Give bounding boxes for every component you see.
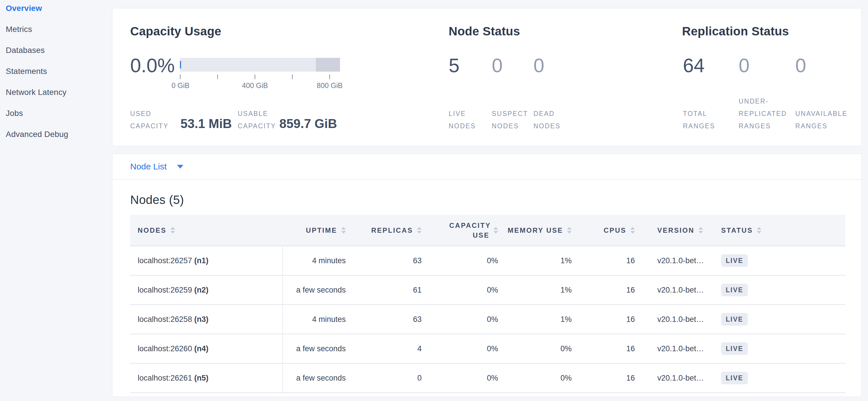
axis-tick [292, 75, 292, 79]
memory-use-cell: 0% [507, 363, 580, 393]
status-badge: LIVE [721, 313, 748, 326]
sidebar-item-metrics[interactable]: Metrics [6, 25, 112, 34]
node-list-dropdown-label[interactable]: Node List [130, 162, 167, 171]
capacity-use-cell: 0% [430, 246, 507, 275]
version-cell: v20.1.0-bet… [644, 305, 711, 334]
capacity-axis-labels: 0 GiB 400 GiB 800 GiB [180, 81, 340, 90]
node-id: (n4) [194, 344, 209, 353]
cpus-cell: 16 [580, 246, 644, 275]
column-label: REPLICAS [371, 226, 413, 234]
replicas-cell: 4 [354, 334, 430, 363]
node-id: (n3) [194, 315, 209, 324]
used-capacity-label: USED CAPACITY [130, 108, 178, 132]
uptime-cell: 4 minutes [282, 305, 354, 334]
node-id: (n1) [194, 256, 209, 265]
version-cell: v20.1.0-bet… [644, 246, 711, 275]
column-label: CPUS [603, 226, 626, 234]
replicas-cell: 0 [354, 363, 430, 393]
capacity-bar-chart: 0 GiB 400 GiB 800 GiB [180, 58, 340, 90]
table-row: localhost:26259 (n2) a few seconds 61 0%… [130, 275, 845, 305]
usable-capacity-label: USABLE CAPACITY [238, 108, 285, 132]
suspect-nodes-label: SUSPECT NODES [492, 108, 535, 132]
dead-nodes-count: 0 [533, 55, 545, 76]
live-nodes-count: 5 [449, 55, 460, 76]
column-label: MEMORY USE [507, 226, 563, 234]
cpus-cell: 16 [580, 363, 644, 393]
capacity-bar [180, 58, 340, 71]
column-label: UPTIME [306, 226, 337, 234]
usable-capacity-value: 859.7 GiB [279, 116, 337, 131]
axis-label-800: 800 GiB [317, 81, 343, 90]
sidebar-item-network-latency[interactable]: Network Latency [6, 88, 112, 97]
node-address-cell: localhost:26258 (n3) [130, 305, 282, 334]
column-header-capacity-use[interactable]: CAPACITY USE [430, 215, 507, 246]
sort-icon [494, 227, 498, 234]
nodes-table: NODES UPTIME REPLICAS CAPACITY USE [130, 215, 845, 393]
sidebar-item-overview[interactable]: Overview [6, 4, 112, 13]
column-header-cpus[interactable]: CPUS [580, 215, 644, 246]
total-ranges-count: 64 [683, 55, 705, 76]
uptime-cell: a few seconds [282, 275, 354, 305]
sort-icon [170, 227, 175, 234]
memory-use-cell: 1% [507, 275, 580, 305]
sort-icon [630, 227, 635, 234]
node-status-title: Node Status [449, 24, 520, 38]
capacity-use-cell: 0% [430, 275, 507, 305]
column-header-uptime[interactable]: UPTIME [282, 215, 354, 246]
status-badge: LIVE [721, 254, 748, 267]
node-list-dropdown[interactable]: Node List [113, 154, 861, 180]
column-header-nodes[interactable]: NODES [130, 215, 282, 246]
node-address-cell: localhost:26257 (n1) [130, 246, 282, 275]
memory-use-cell: 0% [507, 334, 580, 363]
version-cell: v20.1.0-bet… [644, 363, 711, 393]
node-id: (n2) [194, 286, 209, 294]
capacity-axis-ticks [180, 75, 340, 79]
memory-use-cell: 1% [507, 246, 580, 275]
node-id: (n5) [194, 374, 209, 382]
status-cell: LIVE [711, 246, 845, 275]
axis-tick [180, 75, 181, 79]
status-badge: LIVE [721, 372, 748, 384]
capacity-used-percent: 0.0% [130, 55, 175, 76]
table-row: localhost:26257 (n1) 4 minutes 63 0% 1% … [130, 246, 845, 275]
table-header-row: NODES UPTIME REPLICAS CAPACITY USE [130, 215, 845, 246]
replicas-cell: 61 [354, 275, 430, 305]
status-cell: LIVE [711, 275, 845, 305]
column-header-version[interactable]: VERSION [644, 215, 711, 246]
capacity-use-cell: 0% [430, 334, 507, 363]
sort-icon [699, 227, 703, 234]
column-label: STATUS [721, 226, 753, 234]
sidebar-item-jobs[interactable]: Jobs [6, 109, 112, 118]
column-header-replicas[interactable]: REPLICAS [354, 215, 430, 246]
axis-tick [255, 75, 255, 79]
cockroachdb-overview-page: Overview Metrics Databases Statements Ne… [0, 0, 868, 401]
dead-nodes-label: DEAD NODES [533, 108, 577, 132]
sidebar-item-statements[interactable]: Statements [6, 67, 112, 76]
table-row: localhost:26260 (n4) a few seconds 4 0% … [130, 334, 845, 363]
nodes-heading: Nodes (5) [130, 193, 845, 207]
used-capacity-value: 53.1 MiB [181, 116, 232, 131]
suspect-nodes-count: 0 [492, 55, 503, 76]
sidebar-item-advanced-debug[interactable]: Advanced Debug [6, 130, 112, 139]
capacity-use-cell: 0% [430, 305, 507, 334]
replicas-cell: 63 [354, 305, 430, 334]
status-badge: LIVE [721, 342, 748, 355]
main-content: Capacity Usage 0.0% 0 GiB 400 GiB [112, 0, 862, 397]
uptime-cell: a few seconds [282, 363, 354, 393]
unavailable-ranges-count: 0 [795, 55, 806, 76]
uptime-cell: 4 minutes [282, 246, 354, 275]
unavailable-ranges-label: UNAVAILABLE RANGES [795, 108, 868, 132]
column-label: VERSION [657, 226, 694, 234]
sort-icon [757, 227, 762, 234]
live-nodes-label: LIVE NODES [449, 108, 492, 132]
column-header-memory-use[interactable]: MEMORY USE [507, 215, 580, 246]
version-cell: v20.1.0-bet… [644, 275, 711, 305]
table-row: localhost:26258 (n3) 4 minutes 63 0% 1% … [130, 305, 845, 334]
column-header-status[interactable]: STATUS [711, 215, 845, 246]
memory-use-cell: 1% [507, 305, 580, 334]
version-cell: v20.1.0-bet… [644, 334, 711, 363]
axis-label-400: 400 GiB [242, 81, 268, 90]
total-ranges-label: TOTAL RANGES [683, 108, 736, 132]
sidebar-item-databases[interactable]: Databases [6, 46, 112, 55]
sort-icon [567, 227, 572, 234]
